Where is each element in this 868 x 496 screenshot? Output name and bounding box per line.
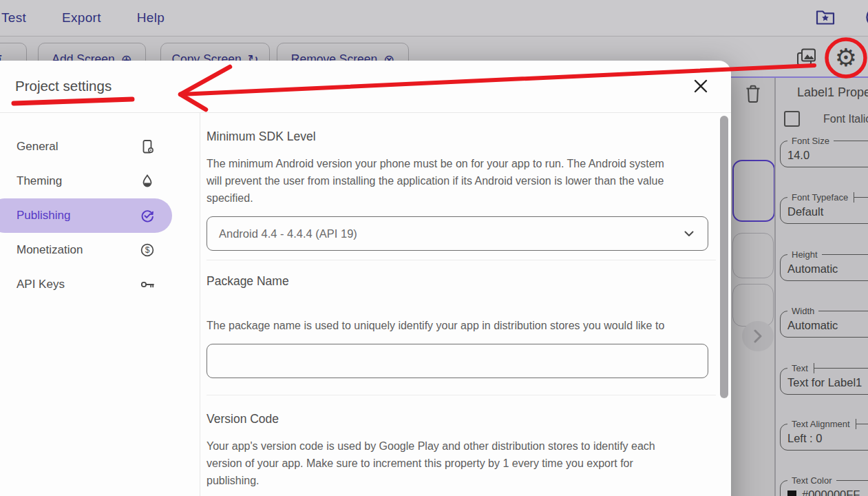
font-italic-label: Font Italic xyxy=(823,113,868,125)
width-field[interactable]: Width Automatic xyxy=(780,306,868,338)
svg-text:$: $ xyxy=(145,245,150,255)
sidebar-item-publishing[interactable]: Publishing xyxy=(0,198,172,233)
text-color-label: Text Color xyxy=(787,475,836,486)
close-icon xyxy=(694,79,708,93)
text-alignment-label: Text Alignment xyxy=(787,419,856,429)
droplet-icon xyxy=(139,173,156,189)
chevron-down-icon xyxy=(684,231,694,237)
chevron-right-icon xyxy=(754,329,762,343)
modal-title: Project settings xyxy=(15,78,112,94)
modal-scrollbar-thumb[interactable] xyxy=(720,116,728,398)
sdk-dropdown-value: Android 4.4 - 4.4.4 (API 19) xyxy=(219,227,684,240)
settings-sidebar: General Theming Publishing xyxy=(0,112,200,496)
package-name-input[interactable] xyxy=(207,344,708,378)
dollar-circle-icon: $ xyxy=(139,242,156,258)
height-label: Height xyxy=(787,249,822,260)
gallery-icon[interactable] xyxy=(796,47,819,69)
font-size-label: Font Size xyxy=(787,136,834,146)
sdk-dropdown[interactable]: Android 4.4 - 4.4.4 (API 19) xyxy=(207,216,708,251)
sidebar-item-monetization[interactable]: Monetization $ xyxy=(0,233,172,267)
menu-items: Test Export Help xyxy=(0,0,868,36)
menu-export[interactable]: Export xyxy=(62,10,101,25)
menu-help[interactable]: Help xyxy=(137,10,165,25)
width-value: Automatic xyxy=(781,316,868,332)
font-italic-row: Font Italic xyxy=(784,111,868,127)
font-typeface-field[interactable]: Font Typeface Default xyxy=(780,192,868,224)
panel-expander-button[interactable] xyxy=(742,321,774,351)
sync-check-icon xyxy=(139,207,156,224)
canvas-fragment xyxy=(732,233,774,278)
text-alignment-value: Left : 0 xyxy=(781,429,868,445)
sidebar-item-label: Monetization xyxy=(17,243,83,257)
text-label: Text xyxy=(787,363,814,373)
sidebar-item-label: API Keys xyxy=(17,278,65,291)
version-description: Your app's version code is used by Googl… xyxy=(207,437,716,489)
settings-gear-icon[interactable]: ⚙ xyxy=(833,43,859,73)
sdk-heading: Minimum SDK Level xyxy=(207,130,316,144)
key-icon xyxy=(139,276,156,293)
canvas-fragment xyxy=(732,284,774,327)
canvas-fragment-selected xyxy=(732,160,775,222)
menu-test[interactable]: Test xyxy=(1,10,26,25)
section-divider xyxy=(207,260,716,260)
text-color-value: #000000FF xyxy=(802,488,860,496)
project-folder-icon[interactable] xyxy=(815,8,836,27)
modal-header: Project settings xyxy=(0,61,731,113)
menu-bar: Test Export Help xyxy=(0,0,868,37)
sidebar-item-api-keys[interactable]: API Keys xyxy=(0,267,172,302)
font-size-field[interactable]: Font Size 14.0 xyxy=(780,136,868,167)
font-typeface-label: Font Typeface xyxy=(787,192,854,203)
sdk-description: The minimum Android version your phone m… xyxy=(207,155,716,207)
font-size-value: 14.0 xyxy=(781,146,868,162)
font-italic-checkbox[interactable] xyxy=(784,111,800,127)
sidebar-item-theming[interactable]: Theming xyxy=(0,164,172,198)
text-color-swatch xyxy=(787,490,796,496)
project-settings-modal: Project settings General Theming xyxy=(0,61,731,496)
delete-trash-icon[interactable] xyxy=(744,83,762,104)
account-icon[interactable] xyxy=(856,4,868,32)
version-heading: Version Code xyxy=(207,412,279,426)
publishing-content: Minimum SDK Level The minimum Android ve… xyxy=(207,112,716,496)
height-value: Automatic xyxy=(781,260,868,276)
sidebar-item-general[interactable]: General xyxy=(0,130,172,164)
device-gear-icon xyxy=(139,138,156,155)
height-field[interactable]: Height Automatic xyxy=(780,249,868,281)
properties-panel: Label1 Properties Font Italic Font Size … xyxy=(774,78,868,496)
section-divider xyxy=(207,395,716,395)
sidebar-item-label: Theming xyxy=(17,174,62,188)
text-field[interactable]: Text Text for Label1 xyxy=(780,363,868,395)
text-alignment-field[interactable]: Text Alignment Left : 0 xyxy=(780,419,868,451)
close-button[interactable] xyxy=(690,75,712,97)
text-color-field[interactable]: Text Color #000000FF xyxy=(780,475,868,496)
text-value: Text for Label1 xyxy=(781,373,868,389)
properties-panel-title: Label1 Properties xyxy=(797,85,868,100)
sidebar-item-label: General xyxy=(17,140,58,154)
package-description-line1: The package name is used to uniquely ide… xyxy=(207,320,664,331)
font-typeface-value: Default xyxy=(781,203,868,218)
package-heading: Package Name xyxy=(207,274,289,289)
app-window: Test Export Help ↺ Add Screen ⊕ Copy Scr… xyxy=(0,0,868,496)
width-label: Width xyxy=(787,306,818,316)
sidebar-item-label: Publishing xyxy=(17,209,70,223)
